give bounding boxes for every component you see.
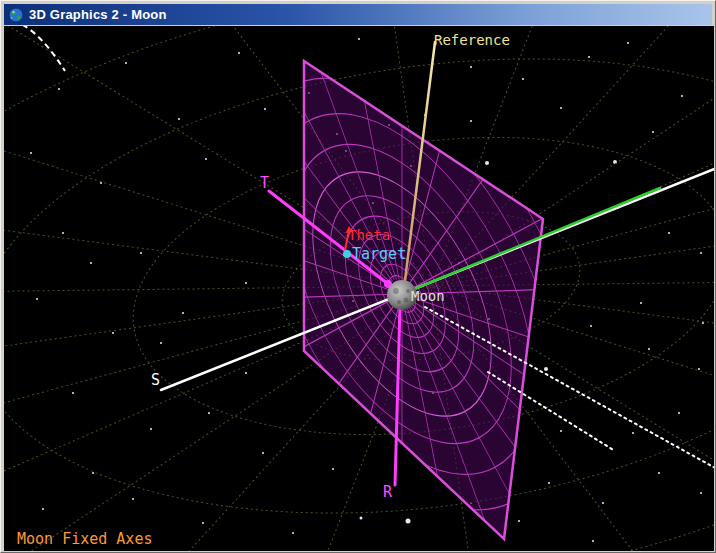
scene-canvas: ReferenceTThetaTargetMoonSRMoon Fixed Ax…	[4, 26, 714, 551]
label-t-axis: T	[260, 174, 269, 192]
app-window: 3D Graphics 2 - Moon ReferenceTThetaTarg…	[0, 0, 716, 553]
window-title: 3D Graphics 2 - Moon	[29, 7, 167, 22]
moon-crater	[397, 300, 401, 304]
moon-crater	[393, 288, 399, 294]
label-theta: Theta	[348, 227, 390, 243]
target-marker[interactable]	[343, 250, 351, 258]
3d-viewport[interactable]: ReferenceTThetaTargetMoonSRMoon Fixed Ax…	[4, 26, 714, 551]
globe-icon	[8, 7, 24, 23]
label-r-axis: R	[383, 483, 393, 501]
orbit-curve	[13, 26, 65, 71]
moon-crater	[406, 289, 410, 293]
label-target: Target	[352, 245, 406, 263]
title-bar[interactable]: 3D Graphics 2 - Moon	[4, 4, 712, 25]
moon-crater	[404, 298, 409, 303]
label-moon: Moon	[411, 288, 445, 304]
label-reference: Reference	[434, 32, 510, 48]
label-frame: Moon Fixed Axes	[17, 530, 152, 548]
label-s-axis: S	[151, 371, 160, 389]
